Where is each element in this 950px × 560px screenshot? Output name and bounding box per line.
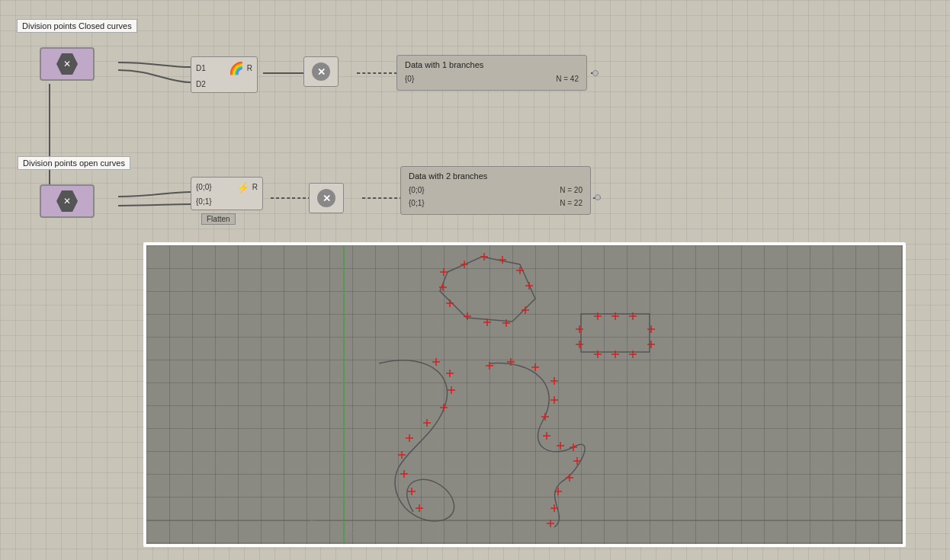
data-panel-2-value-1: N = 22 [560,197,583,210]
svg-marker-0 [440,257,535,322]
port-01-label: {0;1} [196,196,212,208]
flatten-label[interactable]: Flatten [201,213,236,225]
svg-text:X: X [703,528,708,536]
viewport-inner: Y X X Y [146,245,903,544]
data-panel-1-value-0: N = 42 [556,72,579,85]
data-panel-2-title: Data with 2 branches [409,171,583,181]
data-panel-1-right-connector [592,70,599,76]
filter-node-2[interactable]: ✕ [309,183,344,213]
filter-node-1[interactable]: ✕ [303,56,339,87]
viewport: Y X X Y [143,242,906,547]
svg-text:Y: Y [348,532,354,540]
port-d1-label: D1 [196,62,206,75]
x-icon-1: ✕ [312,62,330,81]
param-node-2[interactable] [40,184,95,218]
port-00-label: {0;0} [196,181,212,194]
data-panel-2-path-1: {0;1} [409,197,425,210]
svg-text:X: X [310,519,316,527]
data-panel-1-path-0: {0} [405,72,414,85]
port-r-label: R [247,62,252,75]
data-panel-1: Data with 1 branches {0} N = 42 [396,55,587,91]
divide-curve-node-2[interactable]: {0;0} ⚡ R {0;1} [191,177,263,210]
hex-icon-2 [56,190,78,212]
port-d2-label: D2 [196,78,206,91]
group-label-closed-curves: Division points Closed curves [17,19,137,33]
data-panel-2-value-0: N = 20 [560,184,583,197]
svg-text:Y: Y [310,505,316,514]
data-panel-2: Data with 2 branches {0;0} N = 20 {0;1} … [400,166,591,215]
data-panel-1-title: Data with 1 branches [405,60,579,69]
hex-icon-1 [56,53,78,75]
data-panel-2-right-connector [595,194,601,200]
zigzag-icon: ⚡ [236,179,249,196]
group-label-open-curves: Division points open curves [18,156,130,170]
curves-svg: Y X X Y [146,245,903,544]
data-panel-2-path-0: {0;0} [409,184,425,197]
port-r2-label: R [252,181,258,194]
rainbow-icon: 🌈 [229,59,244,78]
param-node-1[interactable] [40,47,95,81]
divide-curve-node-1[interactable]: D1 🌈 R D2 [191,56,258,93]
x-icon-2: ✕ [317,189,335,207]
